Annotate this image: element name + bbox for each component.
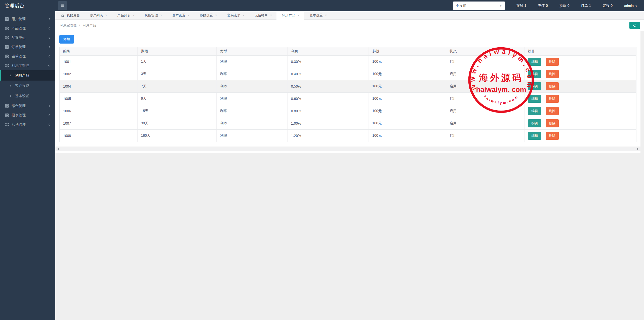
tab-我的桌面[interactable]: 我的桌面 bbox=[55, 11, 84, 19]
cell-actions: 编辑 删除 bbox=[525, 117, 636, 130]
top-header: 不设置 ▼ 在线 1充值 0提款 0订单 1定投 0 admin▼ bbox=[55, 0, 644, 11]
cell-actions: 编辑 删除 bbox=[525, 130, 636, 142]
close-icon[interactable]: × bbox=[215, 14, 217, 17]
delete-button[interactable]: 删除 bbox=[546, 132, 559, 140]
cell-type: 利率 bbox=[216, 130, 287, 142]
edit-button[interactable]: 编辑 bbox=[528, 58, 541, 66]
cell-status: 启用 bbox=[446, 80, 525, 93]
edit-button[interactable]: 编辑 bbox=[528, 132, 541, 140]
header-stat[interactable]: 定投 0 bbox=[602, 4, 613, 8]
sidebar-item-订单管理[interactable]: 订单管理 bbox=[0, 42, 55, 52]
tab-产品列表[interactable]: 产品列表 × bbox=[112, 11, 139, 19]
header-stat[interactable]: 订单 1 bbox=[581, 4, 591, 8]
filter-select[interactable]: 不设置 ▼ bbox=[453, 2, 505, 10]
sidebar-subitem-label: 客户投资 bbox=[15, 84, 29, 88]
refresh-button[interactable] bbox=[629, 22, 640, 29]
sidebar-item-活动管理[interactable]: 活动管理 bbox=[0, 120, 55, 129]
tab-交易流水[interactable]: 交易流水 × bbox=[222, 11, 249, 19]
close-icon[interactable]: × bbox=[325, 14, 327, 17]
sidebar-subitem-利息产品[interactable]: 利息产品 bbox=[0, 70, 55, 81]
tab-基本设置[interactable]: 基本设置 × bbox=[304, 11, 332, 19]
tab-充值错单[interactable]: 充值错单 × bbox=[249, 11, 276, 19]
delete-button[interactable]: 删除 bbox=[546, 107, 559, 115]
scroll-left-arrow-icon[interactable] bbox=[57, 148, 59, 150]
cell-type: 利率 bbox=[216, 117, 287, 130]
close-icon[interactable]: × bbox=[243, 14, 245, 17]
chevron-left-icon bbox=[48, 36, 51, 39]
column-header-起投: 起投 bbox=[369, 47, 446, 56]
edit-button[interactable]: 编辑 bbox=[528, 95, 541, 103]
edit-button[interactable]: 编辑 bbox=[528, 70, 541, 78]
add-button[interactable]: 添加 bbox=[59, 35, 74, 44]
table-header-row: 编号期限类型利息起投状态操作 bbox=[60, 47, 636, 56]
cell-term: 3天 bbox=[137, 68, 216, 80]
delete-button[interactable]: 删除 bbox=[546, 82, 559, 90]
table-row: 1008 180天 利率 1.20% 100元 启用 编辑 删除 bbox=[60, 130, 636, 142]
tab-参数设置[interactable]: 参数设置 × bbox=[194, 11, 222, 19]
tab-风控管理[interactable]: 风控管理 × bbox=[139, 11, 167, 19]
close-icon[interactable]: × bbox=[160, 14, 162, 17]
tab-label: 基本设置 bbox=[310, 13, 323, 18]
tab-基本设置[interactable]: 基本设置 × bbox=[167, 11, 194, 19]
cell-rate: 0.60% bbox=[287, 93, 369, 105]
delete-button[interactable]: 删除 bbox=[546, 119, 559, 127]
cell-id: 1004 bbox=[60, 80, 138, 93]
delete-button[interactable]: 删除 bbox=[546, 58, 559, 66]
grid-icon bbox=[5, 123, 9, 126]
cell-id: 1006 bbox=[60, 105, 138, 117]
cell-type: 利率 bbox=[216, 56, 287, 68]
hamburger-menu-icon[interactable] bbox=[58, 1, 67, 10]
delete-button[interactable]: 删除 bbox=[546, 70, 559, 78]
sidebar-item-综合管理[interactable]: 综合管理 bbox=[0, 101, 55, 111]
cell-actions: 编辑 删除 bbox=[525, 56, 636, 68]
content-area: 添加 编号期限类型利息起投状态操作 1001 1天 利率 0.30% 100元 … bbox=[55, 31, 644, 320]
sidebar-item-label: 利息宝管理 bbox=[12, 63, 48, 68]
app-title: 管理后台 bbox=[0, 0, 55, 11]
sidebar-item-配置中心[interactable]: 配置中心 bbox=[0, 33, 55, 42]
table-row: 1004 7天 利率 0.50% 100元 启用 编辑 删除 bbox=[60, 80, 636, 93]
cell-rate: 0.50% bbox=[287, 80, 369, 93]
sidebar-item-label: 配置中心 bbox=[12, 35, 48, 40]
close-icon[interactable]: × bbox=[133, 14, 135, 17]
scroll-right-arrow-icon[interactable] bbox=[637, 148, 639, 150]
main-column: 不设置 ▼ 在线 1充值 0提款 0订单 1定投 0 admin▼ 我的桌面 客… bbox=[55, 0, 644, 320]
tab-利息产品[interactable]: 利息产品 × bbox=[276, 11, 304, 20]
sidebar-item-报表管理[interactable]: 报表管理 bbox=[0, 111, 55, 120]
sidebar-item-错单管理[interactable]: 错单管理 bbox=[0, 52, 55, 61]
edit-button[interactable]: 编辑 bbox=[528, 107, 541, 115]
cell-term: 9天 bbox=[137, 93, 216, 105]
filter-select-value: 不设置 bbox=[456, 4, 466, 8]
delete-button[interactable]: 删除 bbox=[546, 95, 559, 103]
cell-type: 利率 bbox=[216, 105, 287, 117]
user-menu[interactable]: admin▼ bbox=[624, 4, 637, 8]
tab-label: 充值错单 bbox=[255, 13, 268, 18]
breadcrumb-item[interactable]: 利息产品 bbox=[83, 23, 96, 28]
close-icon[interactable]: × bbox=[188, 14, 190, 17]
chevron-right-icon bbox=[9, 95, 12, 97]
cell-status: 启用 bbox=[446, 93, 525, 105]
header-stat[interactable]: 在线 1 bbox=[516, 4, 527, 8]
sidebar-subitem-客户投资[interactable]: 客户投资 bbox=[0, 81, 55, 91]
edit-button[interactable]: 编辑 bbox=[528, 119, 541, 127]
horizontal-scrollbar[interactable] bbox=[55, 147, 640, 151]
sidebar-subitem-基本设置[interactable]: 基本设置 bbox=[0, 91, 55, 101]
table-row: 1001 1天 利率 0.30% 100元 启用 编辑 删除 bbox=[60, 56, 636, 68]
edit-button[interactable]: 编辑 bbox=[528, 82, 541, 90]
breadcrumb-item[interactable]: 利息宝管理 bbox=[60, 23, 76, 28]
cell-actions: 编辑 删除 bbox=[525, 105, 636, 117]
sidebar-item-用户管理[interactable]: 用户管理 bbox=[0, 14, 55, 24]
grid-icon bbox=[5, 36, 9, 40]
cell-min: 100元 bbox=[369, 80, 446, 93]
close-icon[interactable]: × bbox=[270, 14, 272, 17]
sidebar-item-利息宝管理[interactable]: 利息宝管理 bbox=[0, 61, 55, 70]
products-table: 编号期限类型利息起投状态操作 1001 1天 利率 0.30% 100元 启用 … bbox=[59, 47, 636, 142]
close-icon[interactable]: × bbox=[297, 14, 299, 17]
grid-icon bbox=[5, 113, 9, 117]
close-icon[interactable]: × bbox=[105, 14, 107, 17]
tab-客户列表[interactable]: 客户列表 × bbox=[84, 11, 112, 19]
header-stat[interactable]: 充值 0 bbox=[538, 4, 548, 8]
tab-label: 参数设置 bbox=[200, 13, 213, 18]
table-row: 1007 30天 利率 1.00% 100元 启用 编辑 删除 bbox=[60, 117, 636, 130]
sidebar-item-产品管理[interactable]: 产品管理 bbox=[0, 24, 55, 33]
header-stat[interactable]: 提款 0 bbox=[559, 4, 570, 8]
